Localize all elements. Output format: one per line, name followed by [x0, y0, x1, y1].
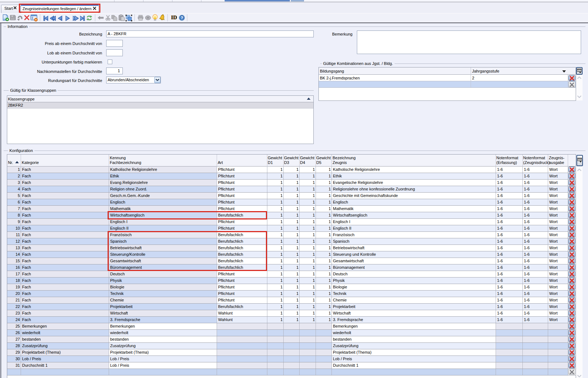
svg-text:?: ?	[181, 16, 183, 20]
